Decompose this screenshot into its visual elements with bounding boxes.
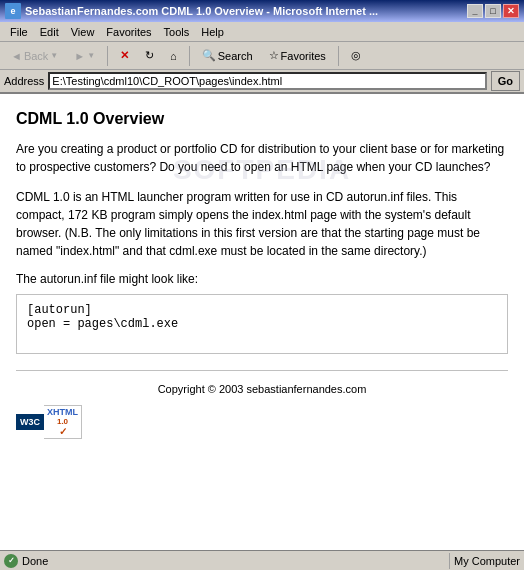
menu-bar: File Edit View Favorites Tools Help xyxy=(0,22,524,42)
autorun-label: The autorun.inf file might look like: xyxy=(16,272,508,286)
search-button[interactable]: 🔍 Search xyxy=(195,44,260,68)
favorites-button[interactable]: ☆ Favorites xyxy=(262,44,333,68)
media-icon: ◎ xyxy=(351,49,361,62)
title-bar: e SebastianFernandes.com CDML 1.0 Overvi… xyxy=(0,0,524,22)
menu-view[interactable]: View xyxy=(65,25,101,39)
home-button[interactable]: ⌂ xyxy=(163,44,184,68)
code-line-1: [autorun] xyxy=(27,303,497,317)
status-right: My Computer xyxy=(449,553,520,569)
home-icon: ⌂ xyxy=(170,50,177,62)
back-arrow-icon: ◄ xyxy=(11,50,22,62)
window-controls: _ □ ✕ xyxy=(467,4,519,18)
code-line-2: open = pages\cdml.exe xyxy=(27,317,497,331)
content-area: SOFTPEDIA CDML 1.0 Overview Are you crea… xyxy=(0,94,524,550)
forward-arrow-icon: ► xyxy=(74,50,85,62)
divider xyxy=(16,370,508,371)
browser-icon: e xyxy=(5,3,21,19)
address-bar: Address Go xyxy=(0,70,524,94)
maximize-button[interactable]: □ xyxy=(485,4,501,18)
media-button[interactable]: ◎ xyxy=(344,44,368,68)
toolbar-separator-3 xyxy=(338,46,339,66)
page-title: CDML 1.0 Overview xyxy=(16,110,508,128)
menu-file[interactable]: File xyxy=(4,25,34,39)
window-title: SebastianFernandes.com CDML 1.0 Overview… xyxy=(25,5,378,17)
menu-favorites[interactable]: Favorites xyxy=(100,25,157,39)
refresh-button[interactable]: ↻ xyxy=(138,44,161,68)
code-block: [autorun] open = pages\cdml.exe xyxy=(16,294,508,354)
menu-tools[interactable]: Tools xyxy=(158,25,196,39)
address-label: Address xyxy=(4,75,44,87)
w3c-label: W3C xyxy=(16,414,44,431)
toolbar-separator-2 xyxy=(189,46,190,66)
status-separator xyxy=(449,553,450,569)
xhtml-version: 1.0 xyxy=(57,417,68,426)
address-input[interactable] xyxy=(48,72,486,90)
stop-icon: ✕ xyxy=(120,49,129,62)
favorites-label: Favorites xyxy=(281,50,326,62)
status-icon: ✓ xyxy=(4,554,18,568)
status-left: ✓ Done xyxy=(4,554,48,568)
search-icon: 🔍 xyxy=(202,49,216,62)
toolbar: ◄ Back ▼ ► ▼ ✕ ↻ ⌂ 🔍 Search ☆ Favorites … xyxy=(0,42,524,70)
forward-dropdown-icon: ▼ xyxy=(87,51,95,60)
xhtml-label: XHTML xyxy=(47,407,78,417)
xhtml-checkmark: ✓ xyxy=(59,426,67,437)
back-button[interactable]: ◄ Back ▼ xyxy=(4,44,65,68)
xhtml-box: XHTML 1.0 ✓ xyxy=(44,405,82,439)
menu-help[interactable]: Help xyxy=(195,25,230,39)
paragraph-2: CDML 1.0 is an HTML launcher program wri… xyxy=(16,188,508,260)
back-dropdown-icon: ▼ xyxy=(50,51,58,60)
footer-text: Copyright © 2003 sebastianfernandes.com xyxy=(16,383,508,395)
title-bar-left: e SebastianFernandes.com CDML 1.0 Overvi… xyxy=(5,3,378,19)
menu-edit[interactable]: Edit xyxy=(34,25,65,39)
search-label: Search xyxy=(218,50,253,62)
status-bar: ✓ Done My Computer xyxy=(0,550,524,570)
back-label: Back xyxy=(24,50,48,62)
stop-button[interactable]: ✕ xyxy=(113,44,136,68)
status-text: Done xyxy=(22,555,48,567)
forward-button[interactable]: ► ▼ xyxy=(67,44,102,68)
minimize-button[interactable]: _ xyxy=(467,4,483,18)
zone-text: My Computer xyxy=(454,555,520,567)
favorites-icon: ☆ xyxy=(269,49,279,62)
w3c-badge[interactable]: W3C XHTML 1.0 ✓ xyxy=(16,405,76,439)
refresh-icon: ↻ xyxy=(145,49,154,62)
go-button[interactable]: Go xyxy=(491,71,520,91)
paragraph-1: Are you creating a product or portfolio … xyxy=(16,140,508,176)
toolbar-separator-1 xyxy=(107,46,108,66)
close-button[interactable]: ✕ xyxy=(503,4,519,18)
